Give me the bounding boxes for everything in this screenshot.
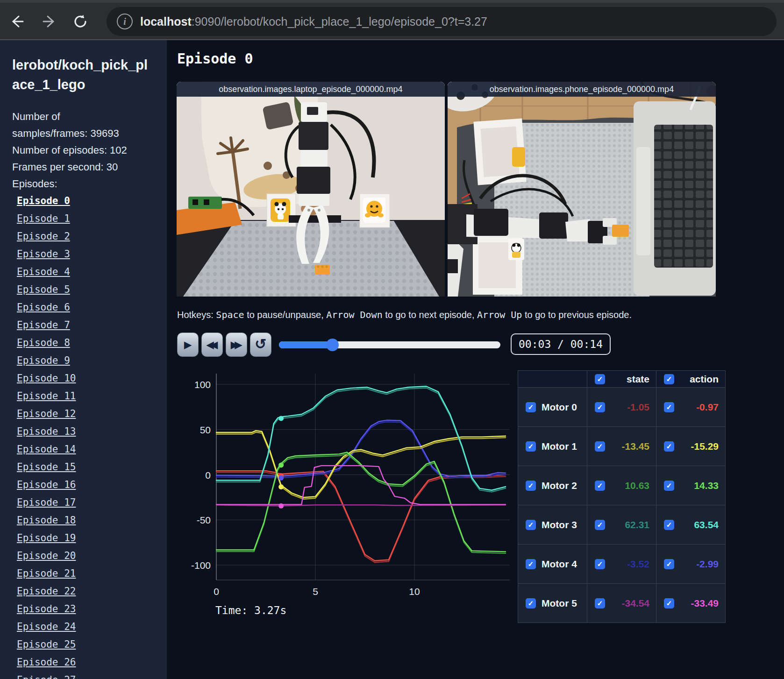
episode-link[interactable]: Episode 4: [17, 266, 70, 277]
action-checkbox[interactable]: ✓: [664, 598, 674, 608]
motor-checkbox[interactable]: ✓: [526, 559, 536, 569]
motor-chart: 100500-50-1000510: [178, 370, 512, 606]
motor-checkbox[interactable]: ✓: [526, 598, 536, 608]
motor-checkbox[interactable]: ✓: [526, 402, 536, 412]
episode-list-item: Episode 6: [17, 299, 167, 317]
video-laptop-frame: [177, 82, 445, 297]
episode-list-item: Episode 7: [17, 317, 167, 334]
state-checkbox[interactable]: ✓: [595, 402, 605, 412]
reload-icon[interactable]: [70, 11, 91, 32]
action-checkbox[interactable]: ✓: [664, 402, 674, 412]
action-checkbox[interactable]: ✓: [664, 441, 674, 452]
episode-link[interactable]: Episode 8: [17, 337, 70, 348]
video-phone[interactable]: observation.images.phone_episode_000000.…: [448, 82, 716, 297]
page-title: Episode 0: [177, 50, 253, 67]
fast-forward-button[interactable]: ▶▶: [226, 332, 247, 357]
action-checkbox[interactable]: ✓: [664, 481, 674, 491]
episode-link[interactable]: Episode 7: [17, 319, 70, 331]
site-info-icon[interactable]: i: [117, 14, 133, 29]
trackpad: [636, 147, 650, 255]
motor-checkbox[interactable]: ✓: [526, 441, 536, 452]
progress-thumb[interactable]: [326, 339, 339, 351]
hotkeys-help: Hotkeys: Space to pause/unpause, Arrow D…: [177, 309, 632, 320]
episode-link[interactable]: Episode 6: [17, 302, 70, 313]
motor-table: ✓state✓action✓Motor 0✓-1.05✓-0.97✓Motor …: [518, 370, 726, 623]
svg-text:-50: -50: [197, 515, 211, 525]
back-icon[interactable]: [7, 11, 27, 32]
episode-list-item: Episode 13: [17, 423, 167, 441]
svg-text:0: 0: [214, 586, 219, 597]
forward-icon[interactable]: [39, 11, 60, 32]
state-value: -34.54: [621, 598, 649, 609]
episode-list-item: Episode 26: [17, 654, 167, 672]
state-checkbox[interactable]: ✓: [595, 520, 605, 530]
state-checkbox[interactable]: ✓: [595, 559, 605, 569]
episode-link[interactable]: Episode 25: [17, 639, 76, 650]
motor-row: ✓Motor 2✓10.63✓14.33: [518, 466, 726, 505]
state-checkbox[interactable]: ✓: [595, 598, 605, 608]
orange-brick-top: [612, 225, 629, 237]
episode-list-item: Episode 17: [17, 494, 167, 512]
time-display: 00:03 / 00:14: [511, 333, 611, 355]
action-value: 63.54: [694, 519, 719, 530]
hotkey-text: to pause/unpause,: [244, 310, 327, 320]
episode-link[interactable]: Episode 26: [17, 657, 76, 668]
motor-label: Motor 4: [542, 559, 577, 570]
episode-link[interactable]: Episode 27: [17, 674, 76, 679]
action-checkbox[interactable]: ✓: [664, 520, 674, 530]
episode-list-item: Episode 11: [17, 388, 167, 405]
loop-button[interactable]: ↻: [250, 332, 271, 357]
state-column-checkbox[interactable]: ✓: [595, 374, 605, 384]
episode-link[interactable]: Episode 23: [17, 603, 76, 615]
video-label: observation.images.phone_episode_000000.…: [448, 82, 716, 97]
keyboard: [654, 125, 713, 268]
episode-link[interactable]: Episode 0: [17, 195, 70, 206]
action-value: 14.33: [694, 480, 719, 491]
rewind-button[interactable]: ◀◀: [201, 332, 223, 357]
address-bar[interactable]: i localhost:9090/lerobot/koch_pick_place…: [107, 7, 777, 36]
play-button[interactable]: ▶: [177, 332, 199, 357]
state-checkbox[interactable]: ✓: [595, 481, 605, 491]
motor-checkbox[interactable]: ✓: [526, 481, 536, 491]
svg-text:10: 10: [409, 586, 420, 597]
episode-link[interactable]: Episode 21: [17, 568, 76, 579]
action-column-checkbox[interactable]: ✓: [664, 374, 674, 384]
episode-link[interactable]: Episode 1: [17, 213, 70, 224]
episode-link[interactable]: Episode 17: [17, 497, 76, 508]
action-value: -15.29: [691, 441, 719, 452]
episode-link[interactable]: Episode 2: [17, 231, 70, 242]
action-checkbox[interactable]: ✓: [664, 559, 674, 569]
episode-link[interactable]: Episode 10: [17, 373, 76, 384]
state-checkbox[interactable]: ✓: [595, 441, 605, 452]
sidebar: lerobot/koch_pick_place_1_lego Number of…: [0, 40, 167, 679]
episode-link[interactable]: Episode 16: [17, 479, 76, 490]
episode-link[interactable]: Episode 18: [17, 515, 76, 526]
motor-label: Motor 3: [542, 519, 577, 530]
episode-list-item: Episode 1: [17, 210, 167, 228]
episode-link[interactable]: Episode 3: [17, 248, 70, 260]
episode-link[interactable]: Episode 15: [17, 461, 76, 473]
progress-slider[interactable]: [279, 341, 500, 348]
browser-toolbar: i localhost:9090/lerobot/koch_pick_place…: [0, 0, 784, 40]
episode-link[interactable]: Episode 24: [17, 621, 76, 632]
hotkey-key: Space: [216, 309, 244, 320]
svg-text:50: 50: [200, 424, 211, 435]
video-laptop[interactable]: observation.images.laptop_episode_000000…: [177, 82, 445, 297]
motor-checkbox[interactable]: ✓: [526, 520, 536, 530]
episode-link[interactable]: Episode 5: [17, 284, 70, 295]
episode-link[interactable]: Episode 9: [17, 355, 70, 366]
episode-link[interactable]: Episode 12: [17, 408, 76, 419]
episode-link[interactable]: Episode 13: [17, 426, 76, 437]
episode-list: Episode 0Episode 1Episode 2Episode 3Epis…: [17, 192, 167, 679]
hotkey-text: Hotkeys:: [177, 310, 216, 320]
svg-text:-100: -100: [191, 560, 211, 571]
episode-list-item: Episode 9: [17, 352, 167, 370]
episode-link[interactable]: Episode 11: [17, 390, 76, 402]
episode-link[interactable]: Episode 22: [17, 586, 76, 597]
svg-text:5: 5: [313, 586, 318, 597]
episode-list-item: Episode 23: [17, 601, 167, 618]
episode-link[interactable]: Episode 19: [17, 532, 76, 544]
episode-list-item: Episode 10: [17, 370, 167, 388]
episode-link[interactable]: Episode 14: [17, 444, 76, 455]
episode-link[interactable]: Episode 20: [17, 550, 76, 561]
